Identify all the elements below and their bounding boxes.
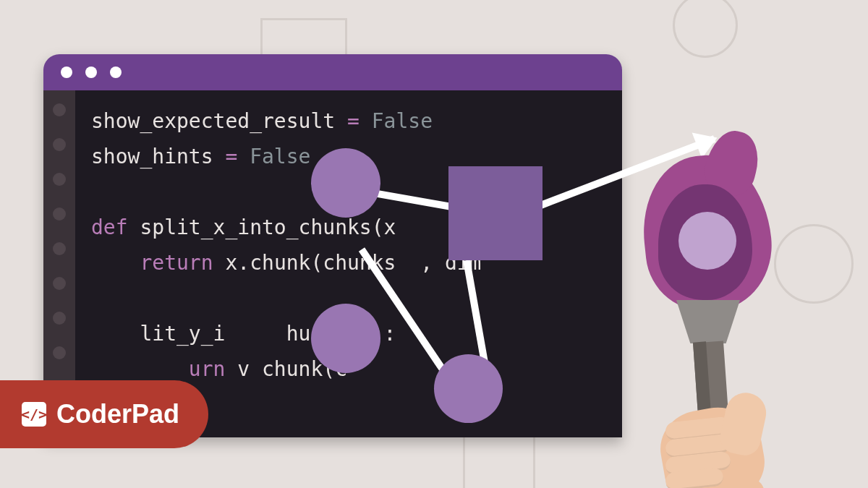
code-token: (y): (347, 322, 396, 346)
code-icon: </> (22, 402, 46, 427)
code-token: (chunks , dim (310, 251, 481, 275)
coderpad-badge: </> CoderPad (0, 380, 208, 448)
gutter-dot (53, 103, 66, 116)
gutter-dot (53, 207, 66, 221)
gutter-dot (53, 277, 66, 290)
gutter-dot (53, 346, 66, 359)
flame-center-icon (678, 212, 736, 270)
code-token: (c (323, 357, 347, 381)
bg-decor-circle (673, 0, 738, 58)
code-token: = (213, 145, 250, 168)
code-token: = (335, 109, 372, 133)
window-dot (61, 67, 72, 78)
gutter-dot (53, 242, 66, 255)
code-token: split_x_into_chunks (140, 215, 371, 239)
code-token: (x (372, 215, 396, 239)
code-token: show_expected_result (91, 109, 335, 133)
torch-illustration (608, 155, 810, 488)
hand-illustration (637, 394, 781, 488)
code-token: 4) (408, 357, 481, 381)
code-token: False (250, 145, 310, 168)
code-token: x.chunk (225, 251, 310, 275)
window-dot (85, 67, 97, 78)
gutter-dot (53, 312, 66, 325)
code-token: v chunk (237, 357, 323, 381)
window-dot (110, 67, 122, 78)
code-token: urn (140, 357, 237, 381)
editor-titlebar (43, 54, 622, 90)
torch-cup (676, 300, 740, 343)
badge-text: CoderPad (56, 399, 179, 429)
gutter-dot (53, 173, 66, 186)
code-token: return (140, 251, 225, 275)
code-token: False (372, 109, 433, 133)
code-token: hunks (262, 322, 347, 346)
code-token: lit_y_i (140, 322, 225, 346)
gutter-dot (53, 138, 66, 151)
code-token: def (91, 215, 140, 239)
code-token: show_hints (91, 145, 213, 168)
